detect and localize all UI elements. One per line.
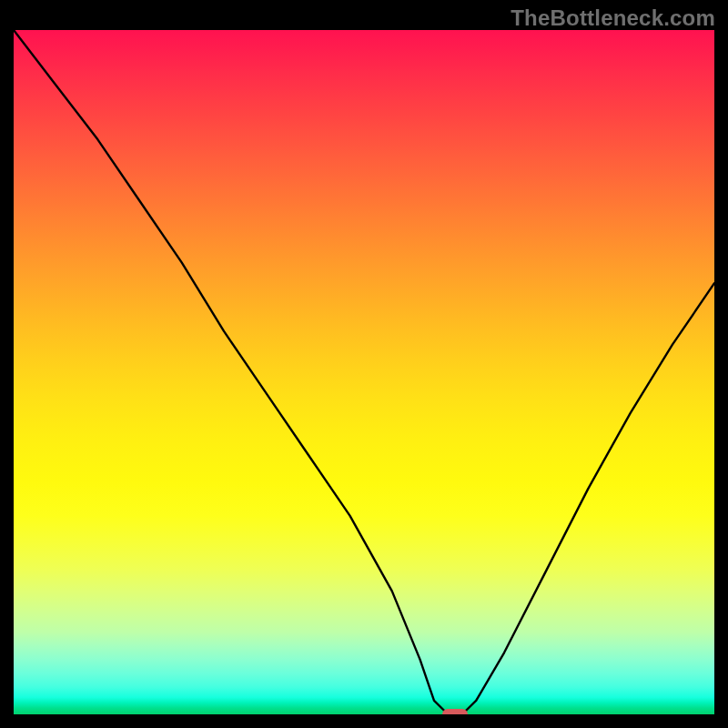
- bottleneck-curve-path: [14, 30, 714, 714]
- watermark-text: TheBottleneck.com: [511, 5, 715, 31]
- curve-svg: [14, 30, 714, 714]
- bottleneck-chart: TheBottleneck.com: [0, 0, 728, 728]
- plot-area: [14, 30, 714, 714]
- minimum-marker: [442, 709, 468, 714]
